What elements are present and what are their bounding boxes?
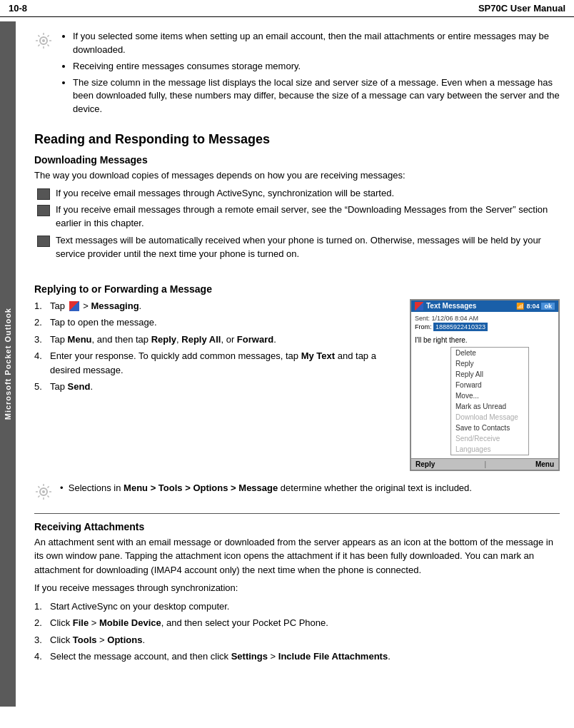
section2-step-2: 2. Click File > Mobile Device, and then …: [34, 616, 560, 630]
step-5: 5. Tap Send.: [34, 380, 398, 394]
tip-item-1: If you selected some items when setting …: [73, 30, 560, 57]
ss-menu-markunread[interactable]: Mark as Unread: [451, 401, 528, 412]
section2-steps: 1. Start ActiveSync on your desktop comp…: [34, 600, 560, 664]
ss-from-row: From: 18885922410323: [415, 323, 555, 333]
section2-para1: An attachment sent with an email message…: [34, 535, 560, 577]
ss-start-icon: [415, 302, 423, 310]
ss-footer-menu-button[interactable]: Menu: [535, 460, 554, 468]
svg-line-8: [38, 45, 39, 46]
checkbox-item-2: If you receive email messages through a …: [37, 203, 560, 231]
tip-block-2: • Selections in Menu > Tools > Options >…: [34, 481, 560, 503]
screenshot: Text Messages 📶 8:04 ok Sent: 1/12/06 8:…: [410, 299, 560, 471]
svg-line-5: [38, 35, 39, 36]
ss-body: Sent: 1/12/06 8:04 AM From: 188859224103…: [411, 312, 558, 458]
svg-point-9: [42, 39, 45, 42]
ss-footer-reply-button[interactable]: Reply: [416, 460, 435, 468]
ss-time: 8:04: [526, 303, 539, 310]
svg-line-17: [48, 486, 49, 487]
ss-menu-move[interactable]: Move...: [451, 390, 528, 401]
steps-column: 1. Tap > Messaging. 2. Tap to open the m…: [34, 299, 398, 397]
checkbox-icon-1: [37, 188, 50, 200]
tip-block-1: If you selected some items when setting …: [34, 30, 560, 119]
tip-bullets-1: If you selected some items when setting …: [60, 30, 560, 119]
section1-sub1-intro: The way you download copies of messages …: [34, 168, 560, 183]
ss-ok-button[interactable]: ok: [541, 303, 555, 310]
section2-step-1: 1. Start ActiveSync on your desktop comp…: [34, 600, 560, 614]
ss-signal-icon: 📶: [516, 303, 524, 310]
svg-line-18: [38, 495, 39, 497]
tip-list-1: If you selected some items when setting …: [60, 30, 560, 116]
ss-footer: Reply | Menu: [411, 458, 558, 470]
tip2-text: • Selections in Menu > Tools > Options >…: [60, 481, 472, 495]
checkbox-list: If you receive email messages through Ac…: [34, 187, 560, 261]
ss-from-value: 18885922410323: [433, 323, 488, 331]
ss-menu-forward[interactable]: Forward: [451, 380, 528, 390]
ss-sent: Sent: 1/12/06 8:04 AM: [415, 315, 555, 322]
ss-menu-delete[interactable]: Delete: [451, 348, 528, 358]
checkbox-text-2: If you receive email messages through a …: [56, 203, 560, 231]
ss-menu-languages: Languages: [451, 444, 528, 455]
sun-icon: [34, 31, 53, 50]
ss-title: Text Messages: [426, 302, 476, 310]
section1-sub2-title: Replying to or Forwarding a Message: [34, 283, 560, 295]
step-3: 3. Tap Menu, and then tap Reply, Reply A…: [34, 333, 398, 347]
svg-line-15: [38, 486, 39, 487]
two-col-section: 1. Tap > Messaging. 2. Tap to open the m…: [34, 299, 560, 471]
ss-menu-savecontacts[interactable]: Save to Contacts: [451, 423, 528, 433]
steps-list: 1. Tap > Messaging. 2. Tap to open the m…: [34, 299, 398, 394]
checkbox-item-3: Text messages will be automatically rece…: [37, 234, 560, 261]
ss-message: I'll be right there.: [415, 336, 555, 344]
screenshot-outer: Text Messages 📶 8:04 ok Sent: 1/12/06 8:…: [410, 299, 560, 471]
page-header: 10-8 SP70C User Manual: [0, 0, 574, 17]
checkbox-icon-2: [37, 205, 50, 216]
sun-icon-2: [34, 482, 53, 501]
ss-menu-download: Download Message: [451, 412, 528, 423]
tip-icon-2: [34, 482, 56, 503]
sidebar: Microsoft Pocket Outlook: [0, 21, 16, 707]
ss-titlebar-left: Text Messages: [415, 302, 476, 310]
section2-title: Receiving Attachments: [34, 521, 560, 532]
checkbox-text-1: If you receive email messages through Ac…: [56, 187, 394, 201]
tip-item-3: The size column in the message list disp…: [73, 76, 560, 117]
step-2: 2. Tap to open the message.: [34, 315, 398, 330]
main-content: If you selected some items when setting …: [20, 17, 574, 681]
step-1: 1. Tap > Messaging.: [34, 299, 398, 313]
section1-sub1-title: Downloading Messages: [34, 154, 560, 166]
section2-para2: If you receive messages through synchron…: [34, 581, 560, 595]
ss-titlebar-icons: 📶 8:04 ok: [516, 303, 555, 310]
ss-menu-reply[interactable]: Reply: [451, 358, 528, 369]
section-separator: [34, 513, 560, 514]
ss-menu-sendreceive: Send/Receive: [451, 433, 528, 444]
checkbox-text-3: Text messages will be automatically rece…: [56, 234, 560, 261]
svg-line-16: [48, 495, 49, 497]
sidebar-label: Microsoft Pocket Outlook: [4, 308, 12, 420]
section1-title: Reading and Responding to Messages: [34, 132, 560, 147]
ss-dropdown-menu: Delete Reply Reply All Forward Move... M…: [450, 347, 529, 455]
ss-titlebar: Text Messages 📶 8:04 ok: [411, 300, 558, 312]
checkbox-icon-3: [37, 236, 50, 247]
ss-footer-divider: |: [484, 460, 486, 468]
section2-step-4: 4. Select the message account, and then …: [34, 649, 560, 664]
section2-step-3: 3. Click Tools > Options.: [34, 633, 560, 647]
ss-menu-replyall[interactable]: Reply All: [451, 369, 528, 380]
tip-icon-1: [34, 31, 56, 52]
start-icon: [69, 301, 79, 311]
svg-line-6: [48, 45, 49, 46]
svg-line-7: [48, 35, 49, 36]
tip-item-2: Receiving entire messages consumes stora…: [73, 60, 560, 74]
svg-point-19: [42, 490, 45, 493]
document-title: SP70C User Manual: [478, 3, 565, 14]
page-number: 10-8: [9, 3, 27, 14]
step-4: 4. Enter your response. To quickly add c…: [34, 349, 398, 377]
checkbox-item-1: If you receive email messages through Ac…: [37, 187, 560, 201]
